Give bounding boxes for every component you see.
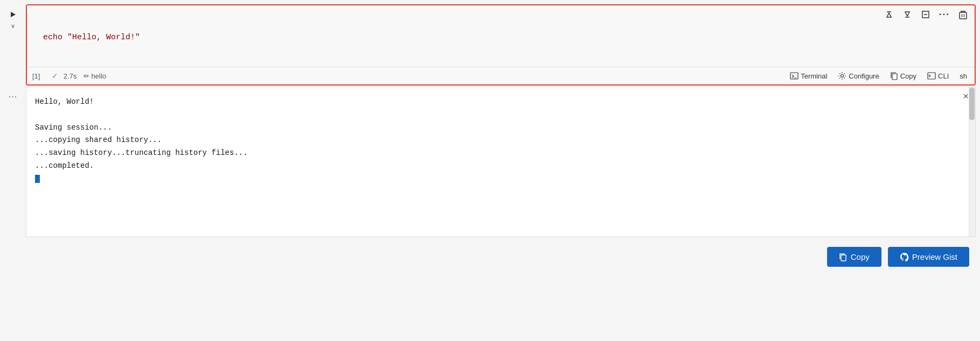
code-string: "Hello, World!" <box>67 33 140 42</box>
cursor-block <box>35 175 40 183</box>
execution-time: 2.7s <box>64 72 77 80</box>
output-row: ··· × Hello, World! Saving session... ..… <box>0 87 980 237</box>
more-options-button[interactable]: ··· <box>936 8 953 22</box>
svg-rect-16 <box>892 74 897 80</box>
run-button[interactable] <box>7 10 19 19</box>
copy-icon <box>890 72 898 80</box>
output-gutter: ··· <box>0 87 26 102</box>
svg-marker-3 <box>905 12 909 16</box>
code-keyword: echo <box>43 33 62 42</box>
copy-bottom-label: Copy <box>851 252 870 261</box>
github-icon <box>900 252 909 261</box>
sh-button[interactable]: sh <box>957 71 969 81</box>
code-cell: ··· echo "Hello, World!" <box>26 4 976 86</box>
configure-icon <box>838 72 846 80</box>
cli-button[interactable]: CLI <box>925 70 951 81</box>
output-dots-button[interactable]: ··· <box>9 92 17 102</box>
cell-number: [1] <box>32 72 47 80</box>
copy-code-button[interactable]: Copy <box>888 70 919 81</box>
run-below-button[interactable] <box>900 8 915 21</box>
notebook-container: ∨ <box>0 0 980 341</box>
run-above-button[interactable] <box>881 8 897 21</box>
output-text: Hello, World! Saving session... ...copyi… <box>26 87 975 194</box>
cell-gutter: ∨ <box>0 4 26 31</box>
close-icon: × <box>963 91 969 102</box>
svg-point-15 <box>841 75 844 77</box>
bottom-action-bar: Copy Preview Gist <box>0 241 980 272</box>
preview-gist-label: Preview Gist <box>912 252 957 261</box>
pencil-icon: ✏ <box>83 72 89 80</box>
copy-bottom-button[interactable]: Copy <box>827 247 881 267</box>
svg-marker-0 <box>11 12 16 17</box>
svg-rect-18 <box>841 255 846 261</box>
copy-bottom-icon <box>839 253 848 261</box>
copy-code-label: Copy <box>900 72 916 80</box>
run-icon <box>9 11 17 18</box>
cli-label: CLI <box>938 72 949 80</box>
terminal-label: Terminal <box>801 72 827 80</box>
svg-rect-17 <box>928 73 935 79</box>
status-check-icon: ✓ <box>52 72 58 80</box>
svg-marker-1 <box>887 13 891 17</box>
output-close-button[interactable]: × <box>963 91 969 101</box>
cell-toolbar: ··· <box>27 5 975 24</box>
code-editor[interactable]: echo "Hello, World!" <box>27 24 975 67</box>
preview-gist-button[interactable]: Preview Gist <box>888 247 969 267</box>
collapse-cell-button[interactable] <box>918 8 933 21</box>
delete-cell-button[interactable] <box>956 8 970 21</box>
terminal-button[interactable]: Terminal <box>788 70 829 81</box>
dots-icon: ··· <box>9 92 17 101</box>
cell-name-label: hello <box>92 72 106 80</box>
svg-rect-7 <box>960 12 967 19</box>
cell-status-bar: [1] ✓ 2.7s ✏ hello Terminal <box>27 67 975 84</box>
sh-label: sh <box>960 72 967 80</box>
configure-button[interactable]: Configure <box>836 70 881 81</box>
scrollbar-track[interactable] <box>969 87 975 237</box>
run-above-icon <box>884 10 894 19</box>
delete-icon <box>958 10 968 19</box>
cli-icon <box>927 72 936 80</box>
output-cell: × Hello, World! Saving session... ...cop… <box>26 87 976 237</box>
terminal-icon <box>790 72 799 80</box>
status-actions: Terminal Configure C <box>788 70 969 81</box>
more-icon: ··· <box>939 9 950 20</box>
code-cell-row: ∨ <box>0 4 980 86</box>
collapse-icon <box>921 10 930 19</box>
configure-label: Configure <box>849 72 879 80</box>
run-below-icon <box>902 10 912 19</box>
collapse-button[interactable]: ∨ <box>9 22 17 31</box>
scrollbar-thumb[interactable] <box>969 88 975 120</box>
cell-name-area: ✏ hello <box>83 72 106 80</box>
